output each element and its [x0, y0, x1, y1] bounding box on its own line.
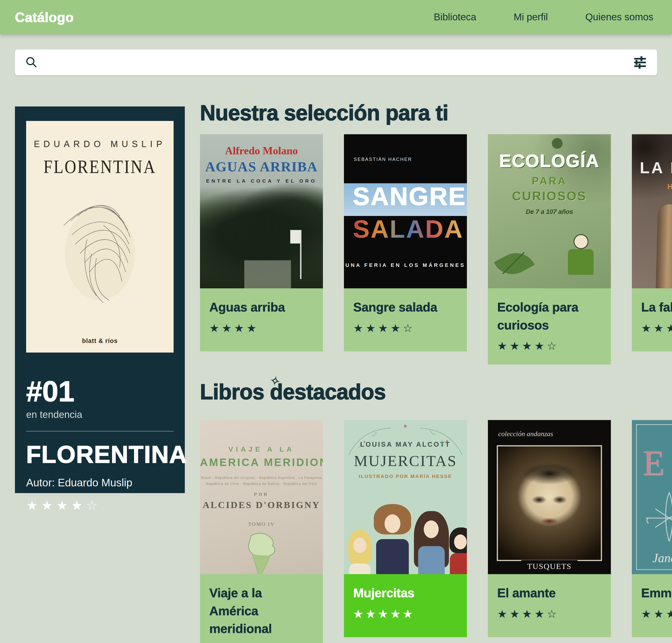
- book-card-mujercitas[interactable]: LOUISA MAY ALCOTT MUJERCITAS ILUSTRADO P…: [344, 420, 467, 637]
- book-cover-ecologia: ECOLOGÍA PARA CURIOSOS De 7 a 107 años: [488, 134, 611, 288]
- cover-author: Jane: [652, 551, 672, 565]
- book-title: Aguas arriba: [209, 298, 314, 316]
- cover-publisher: TUSQUETS: [521, 560, 578, 574]
- trending-caption: en tendencia: [26, 409, 174, 420]
- cover-por: POR: [200, 492, 323, 497]
- cover-tomo: TOMO IV: [200, 521, 323, 527]
- cover-title: EM: [643, 442, 672, 483]
- cover-line2: PARA: [488, 175, 611, 187]
- book-label: Emma ★★★: [632, 574, 672, 637]
- cover-title-line2: SALADA: [353, 216, 463, 242]
- app-title: Catálogo: [15, 9, 74, 25]
- nav-item-quienes-somos[interactable]: Quienes somos: [585, 11, 654, 23]
- trending-rank: #01: [26, 377, 174, 406]
- girl-black-bob: [449, 527, 467, 574]
- rating-stars: ★★★: [641, 322, 672, 335]
- book-title: Ecología para curiosos: [497, 298, 601, 334]
- book-title: Emma: [641, 584, 672, 602]
- hut-shape: [244, 260, 291, 288]
- book-title: La fab: [641, 298, 672, 316]
- flag-shape: [300, 230, 301, 279]
- book-card-ecologia[interactable]: ECOLOGÍA PARA CURIOSOS De 7 a 107 años E…: [488, 134, 611, 364]
- cover-title: LA FA: [640, 159, 672, 177]
- book-title: Mujercitas: [353, 584, 458, 602]
- girl-brown-hair: [374, 504, 411, 574]
- cover-title-line1: SANGRE: [353, 184, 466, 209]
- featured-book-cover: EDUARDO MUSLIP FLORENTINA blatt & ríos: [26, 121, 174, 353]
- book-card-aguas-arriba[interactable]: Alfredo Molano AGUAS ARRIBA ENTRE LA COC…: [200, 134, 323, 351]
- cover-subtitle: UNA FERIA EN LOS MÁRGENES: [344, 262, 467, 268]
- cover-collection: colección andanzas: [498, 430, 553, 438]
- rating-stars: ★★★★★: [353, 607, 458, 620]
- book-cover-el-amante: colección andanzas TUSQUETS: [488, 420, 611, 574]
- rating-stars: ★★★★☆: [497, 607, 601, 620]
- book-label: Ecología para curiosos ★★★★☆: [488, 288, 611, 364]
- cover-title: AGUAS ARRIBA: [200, 159, 323, 175]
- vine-flourish: [344, 422, 467, 457]
- main-nav: Biblioteca Mi perfil Quienes somos: [434, 11, 654, 23]
- south-america-map: [200, 531, 323, 574]
- cover-subtitle: ILUSTRADO POR MARÍA HESSE: [344, 473, 467, 479]
- book-cover-aguas-arriba: Alfredo Molano AGUAS ARRIBA ENTRE LA COC…: [200, 134, 323, 288]
- book-row-destacados: VIAJE A LA AMERICA MERIDIONAL Brasil · R…: [200, 420, 672, 643]
- girl-blonde: [348, 530, 372, 574]
- kid-illustration-head: [574, 234, 588, 249]
- book-card-la-fab[interactable]: LA FA Hir La fab ★★★: [632, 134, 672, 351]
- featured-author: Autor: Eduardo Muslip: [26, 476, 174, 489]
- book-cover-mujercitas: LOUISA MAY ALCOTT MUJERCITAS ILUSTRADO P…: [344, 420, 467, 574]
- featured-title: FLORENTINA: [26, 442, 174, 466]
- book-card-el-amante[interactable]: colección andanzas TUSQUETS El amante ★★…: [488, 420, 611, 637]
- cover-subtitle: Hir: [667, 182, 672, 191]
- book-label: La fab ★★★: [632, 288, 672, 351]
- logo-dot: [552, 138, 562, 149]
- search-input[interactable]: [46, 57, 625, 68]
- cover-author: ALCIDES D'ORBIGNY: [200, 499, 323, 510]
- rating-stars: ★★★★: [209, 322, 314, 335]
- portrait-photo: [497, 445, 602, 561]
- book-title: Sangre salada: [353, 298, 458, 316]
- rating-stars: ★★★★☆: [353, 322, 458, 335]
- hair-sketch-illustration: [26, 183, 174, 315]
- girl-dark-hair: [414, 511, 449, 574]
- book-label: Aguas arriba ★★★★: [200, 288, 323, 351]
- nav-item-biblioteca[interactable]: Biblioteca: [434, 11, 476, 23]
- flourish-illustration: [641, 490, 672, 546]
- book-cover-viaje: VIAJE A LA AMERICA MERIDIONAL Brasil · R…: [200, 420, 323, 574]
- book-card-emma[interactable]: EM Jane Emma ★★★: [632, 420, 672, 637]
- book-cover-emma: EM Jane: [632, 420, 672, 574]
- nav-item-mi-perfil[interactable]: Mi perfil: [513, 11, 548, 23]
- filter-icon[interactable]: [633, 55, 647, 70]
- rating-stars: ★★★: [641, 607, 672, 620]
- cover-details: Brasil · República del Uruguay · Repúbli…: [200, 475, 323, 487]
- book-card-viaje[interactable]: VIAJE A LA AMERICA MERIDIONAL Brasil · R…: [200, 420, 323, 643]
- cover-author: SEBASTIÁN HACHER: [354, 157, 412, 162]
- search-icon[interactable]: [25, 56, 38, 69]
- cover-subtitle: ENTRE LA COCA Y EL ORO: [200, 178, 323, 184]
- book-card-sangre-salada[interactable]: SEBASTIÁN HACHER SANGRE SALADA UNA FERIA…: [344, 134, 467, 351]
- top-bar: Catálogo Biblioteca Mi perfil Quienes so…: [0, 0, 672, 34]
- book-label: El amante ★★★★☆: [488, 574, 611, 637]
- book-row-seleccion: Alfredo Molano AGUAS ARRIBA ENTRE LA COC…: [200, 134, 672, 364]
- cover-author: Alfredo Molano: [200, 145, 323, 157]
- search-bar: [15, 49, 657, 75]
- section-title-destacados: Libros destacados ✧: [200, 381, 386, 402]
- cover-author: EDUARDO MUSLIP: [26, 139, 174, 149]
- featured-book-card[interactable]: EDUARDO MUSLIP FLORENTINA blatt & ríos: [15, 107, 185, 493]
- book-title: El amante: [497, 584, 601, 602]
- cover-title: FLORENTINA: [36, 156, 163, 178]
- cover-title: ECOLOGÍA: [488, 150, 611, 171]
- rating-stars: ★★★★☆: [497, 339, 601, 352]
- rating-stars: ★★★★☆: [26, 498, 174, 513]
- book-cover-la-fab: LA FA Hir: [632, 134, 672, 288]
- book-cover-sangre-salada: SEBASTIÁN HACHER SANGRE SALADA UNA FERIA…: [344, 134, 467, 288]
- cover-line2: AMERICA MERIDIONAL: [200, 456, 323, 469]
- book-label: Sangre salada ★★★★☆: [344, 288, 467, 351]
- divider: [26, 431, 174, 432]
- book-title: Viaje a la América meridional: [209, 584, 314, 638]
- book-label-highlighted: Mujercitas ★★★★★: [344, 574, 467, 637]
- kid-illustration-body: [568, 249, 594, 275]
- cigarette-illustration: [654, 204, 672, 288]
- cover-line1: VIAJE A LA: [200, 445, 323, 453]
- section-title-seleccion: Nuestra selección para ti: [200, 102, 448, 123]
- cover-line3: CURIOSOS: [488, 189, 611, 203]
